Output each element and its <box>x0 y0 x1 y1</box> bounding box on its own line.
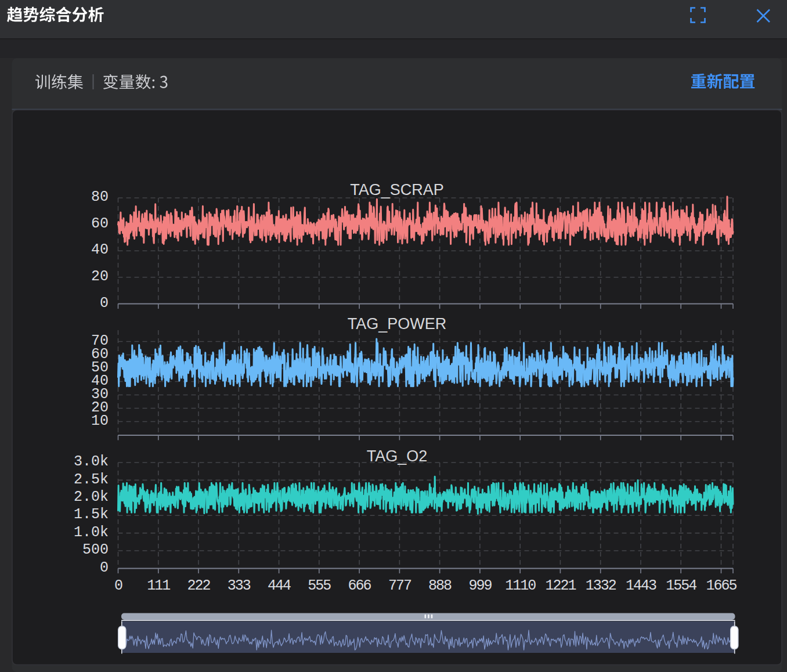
svg-text:1221: 1221 <box>545 577 576 594</box>
svg-text:555: 555 <box>308 577 331 594</box>
svg-text:40: 40 <box>91 241 109 258</box>
svg-text:3.0k: 3.0k <box>74 453 109 470</box>
svg-text:20: 20 <box>91 268 109 285</box>
svg-text:1.0k: 1.0k <box>74 524 109 541</box>
svg-text:80: 80 <box>91 189 109 205</box>
svg-text:TAG_SCRAP: TAG_SCRAP <box>350 181 444 198</box>
svg-text:60: 60 <box>91 215 109 232</box>
svg-text:333: 333 <box>228 577 251 594</box>
svg-text:2.5k: 2.5k <box>74 471 109 488</box>
svg-text:222: 222 <box>187 577 210 594</box>
svg-text:0: 0 <box>100 295 109 312</box>
svg-text:TAG_O2: TAG_O2 <box>367 447 428 465</box>
svg-text:1554: 1554 <box>666 577 696 594</box>
svg-text:666: 666 <box>348 577 371 594</box>
svg-text:1.5k: 1.5k <box>74 506 109 523</box>
svg-text:1332: 1332 <box>586 577 616 594</box>
svg-text:999: 999 <box>468 577 492 594</box>
svg-text:2.0k: 2.0k <box>74 489 109 505</box>
svg-text:TAG_POWER: TAG_POWER <box>348 315 447 333</box>
svg-text:0: 0 <box>100 559 109 576</box>
svg-text:111: 111 <box>147 577 170 594</box>
svg-text:1665: 1665 <box>706 577 737 594</box>
svg-text:1443: 1443 <box>626 577 656 594</box>
svg-text:888: 888 <box>428 577 452 594</box>
svg-text:500: 500 <box>82 541 109 558</box>
svg-text:0: 0 <box>114 577 122 594</box>
svg-text:777: 777 <box>388 577 411 594</box>
svg-text:10: 10 <box>91 413 109 429</box>
svg-text:1110: 1110 <box>505 577 536 594</box>
svg-text:444: 444 <box>268 577 291 594</box>
